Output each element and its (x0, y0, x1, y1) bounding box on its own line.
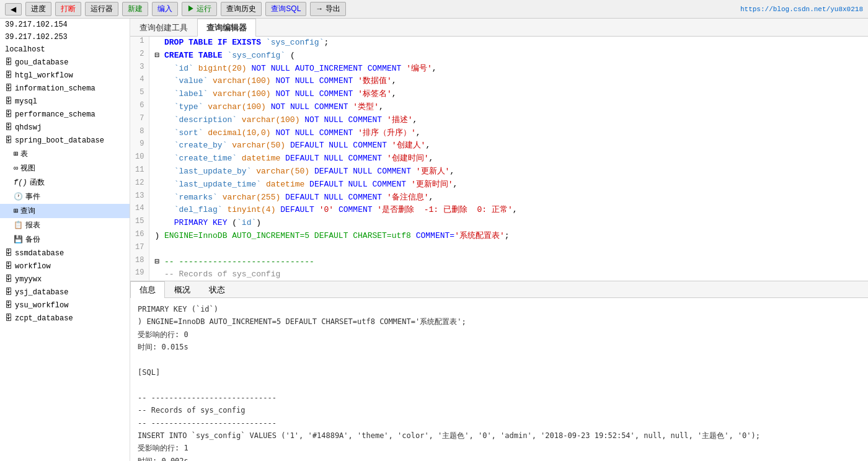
db-gou[interactable]: 🗄 gou_database (0, 56, 130, 69)
db-label: zcpt_database (15, 314, 73, 323)
db-ymyywx[interactable]: 🗄 ymyywx (0, 273, 130, 286)
line-content[interactable]: `value` varchar(100) NOT NULL COMMENT '数… (149, 75, 868, 88)
section-report[interactable]: 📋 报表 (0, 218, 130, 232)
query-sql-button[interactable]: 查询SQL (265, 2, 306, 16)
run-button[interactable]: ▶ 运行 (182, 2, 217, 16)
section-label: 报表 (25, 220, 40, 230)
db-icon: 🗄 (5, 58, 12, 67)
server-label-2: 39.217.102.253 (5, 33, 68, 42)
backup-icon: 💾 (14, 235, 23, 244)
line-content[interactable]: `last_update_time` datetime DEFAULT NULL… (149, 178, 868, 191)
info-sql-tag: [SQL] (138, 366, 861, 379)
db-info[interactable]: 🗄 information_schema (0, 82, 130, 95)
section-func[interactable]: f() 函数 (0, 175, 130, 190)
line-content[interactable]: ⊟ CREATE TABLE `sys_config` ( (149, 50, 868, 63)
db-icon: 🗄 (5, 97, 12, 106)
top-bar: ◀ 进度 打断 运行器 新建 编入 ▶ 运行 查询历史 查询SQL → 导出 h… (0, 0, 868, 19)
server-item-2[interactable]: 39.217.102.253 (0, 31, 130, 43)
code-line-3: 3 `id` bigint(20) NOT NULL AUTO_INCREMEN… (130, 63, 868, 76)
db-icon: 🗄 (5, 84, 12, 93)
line-content[interactable]: `create_by` varchar(50) DEFAULT NULL COM… (149, 139, 868, 152)
runner-button[interactable]: 运行器 (85, 2, 118, 16)
db-qhdswj[interactable]: 🗄 qhdswj (0, 121, 130, 134)
line-content[interactable]: `sort` decimal(10,0) NOT NULL COMMENT '排… (149, 127, 868, 140)
code-line-6: 6 `type` varchar(100) NOT NULL COMMENT '… (130, 101, 868, 114)
query-icon: ⊞ (14, 206, 18, 216)
line-content[interactable]: ) ENGINE=InnoDB AUTO_INCREMENT=5 DEFAULT… (149, 230, 868, 243)
line-num: 1 (130, 37, 149, 50)
section-backup[interactable]: 💾 备份 (0, 232, 130, 247)
main-container: 39.217.102.154 39.217.102.253 localhost … (0, 19, 868, 461)
line-content[interactable]: PRIMARY KEY (`id`) (149, 217, 868, 230)
history-button[interactable]: 查询历史 (221, 2, 262, 16)
sidebar: 39.217.102.154 39.217.102.253 localhost … (0, 19, 130, 461)
db-mysql[interactable]: 🗄 mysql (0, 95, 130, 108)
line-num: 16 (130, 230, 149, 243)
interrupt-button[interactable]: 打断 (55, 2, 81, 16)
line-num: 4 (130, 75, 149, 88)
db-label: mysql (15, 97, 37, 106)
db-icon: 🗄 (5, 261, 12, 271)
info-comment-2: -- Records of sys_config (138, 404, 861, 416)
code-line-18: 18 ⊟ -- ---------------------------- (130, 256, 868, 269)
info-line-4: 时间: 0.015s (138, 341, 861, 353)
info-tab-info[interactable]: 信息 (130, 281, 165, 298)
section-label: 事件 (25, 191, 40, 202)
db-zcpt[interactable]: 🗄 zcpt_database (0, 312, 130, 325)
info-line-1: PRIMARY KEY (`id`) (138, 303, 861, 315)
code-table: 1 DROP TABLE IF EXISTS `sys_config`; 2 ⊟… (130, 37, 868, 281)
right-panel: 查询创建工具 查询编辑器 1 DROP TABLE IF EXISTS `sys… (130, 19, 868, 461)
db-label: spring_boot_database (15, 136, 104, 145)
server-localhost[interactable]: localhost (0, 43, 130, 56)
db-ysu[interactable]: 🗄 ysu_workflow (0, 299, 130, 312)
tab-query-builder[interactable]: 查询创建工具 (130, 19, 197, 37)
export-button[interactable]: → 导出 (310, 2, 345, 16)
line-content[interactable]: `last_update_by` varchar(50) DEFAULT NUL… (149, 165, 868, 178)
info-line-3: 受影响的行: 0 (138, 328, 861, 341)
line-content[interactable]: `label` varchar(100) NOT NULL COMMENT '标… (149, 88, 868, 101)
info-tab-overview[interactable]: 概况 (165, 281, 200, 298)
line-content[interactable]: ⊟ -- ---------------------------- (149, 256, 868, 269)
section-label: 视图 (20, 163, 35, 173)
code-line-2: 2 ⊟ CREATE TABLE `sys_config` ( (130, 50, 868, 63)
line-content[interactable]: `description` varchar(100) NOT NULL COMM… (149, 114, 868, 127)
server-item-1[interactable]: 39.217.102.154 (0, 19, 130, 31)
section-query[interactable]: ⊞ 查询 (0, 204, 130, 218)
db-label: ymyywx (15, 275, 42, 284)
edit-button[interactable]: 编入 (152, 2, 178, 16)
db-icon: 🗄 (5, 274, 12, 284)
code-editor[interactable]: 1 DROP TABLE IF EXISTS `sys_config`; 2 ⊟… (130, 37, 868, 281)
line-num: 9 (130, 139, 149, 152)
db-ysj[interactable]: 🗄 ysj_database (0, 286, 130, 299)
db-ssm[interactable]: 🗄 ssmdatabase (0, 247, 130, 260)
line-content[interactable]: DROP TABLE IF EXISTS `sys_config`; (149, 37, 868, 50)
info-content-area: PRIMARY KEY (`id`) ) ENGINE=InnoDB AUTO_… (130, 298, 868, 461)
section-label: 备份 (25, 234, 40, 245)
line-content[interactable] (149, 243, 868, 256)
line-content[interactable]: `create_time` datetime DEFAULT NULL COMM… (149, 152, 868, 165)
code-line-12: 12 `last_update_time` datetime DEFAULT N… (130, 178, 868, 191)
code-line-10: 10 `create_time` datetime DEFAULT NULL C… (130, 152, 868, 165)
line-content[interactable]: `type` varchar(100) NOT NULL COMMENT '类型… (149, 101, 868, 114)
back-button[interactable]: ◀ (5, 3, 22, 15)
db-htgl[interactable]: 🗄 htgl_workflow (0, 69, 130, 82)
section-view[interactable]: ∞ 视图 (0, 161, 130, 175)
tab-query-editor[interactable]: 查询编辑器 (197, 19, 256, 37)
line-content[interactable]: `remarks` varchar(255) DEFAULT NULL COMM… (149, 191, 868, 204)
line-content[interactable]: `del_flag` tinyint(4) DEFAULT '0' COMMEN… (149, 204, 868, 217)
db-workflow[interactable]: 🗄 workflow (0, 260, 130, 273)
progress-button[interactable]: 进度 (25, 2, 51, 16)
line-content[interactable]: `id` bigint(20) NOT NULL AUTO_INCREMENT … (149, 63, 868, 76)
db-icon: 🗄 (5, 314, 12, 323)
section-table[interactable]: ⊞ 表 (0, 147, 130, 161)
table-icon: ⊞ (14, 149, 18, 159)
line-num: 19 (130, 268, 149, 281)
info-line-2: ) ENGINE=InnoDB AUTO_INCREMENT=5 DEFAULT… (138, 315, 861, 328)
line-content[interactable]: -- Records of sys_config (149, 268, 868, 281)
info-comment-3: -- ---------------------------- (138, 417, 861, 429)
new-button[interactable]: 新建 (122, 2, 148, 16)
info-tab-status[interactable]: 状态 (200, 281, 234, 298)
section-event[interactable]: 🕐 事件 (0, 190, 130, 204)
db-performance[interactable]: 🗄 performance_schema (0, 108, 130, 121)
db-spring[interactable]: 🗄 spring_boot_database (0, 134, 130, 147)
